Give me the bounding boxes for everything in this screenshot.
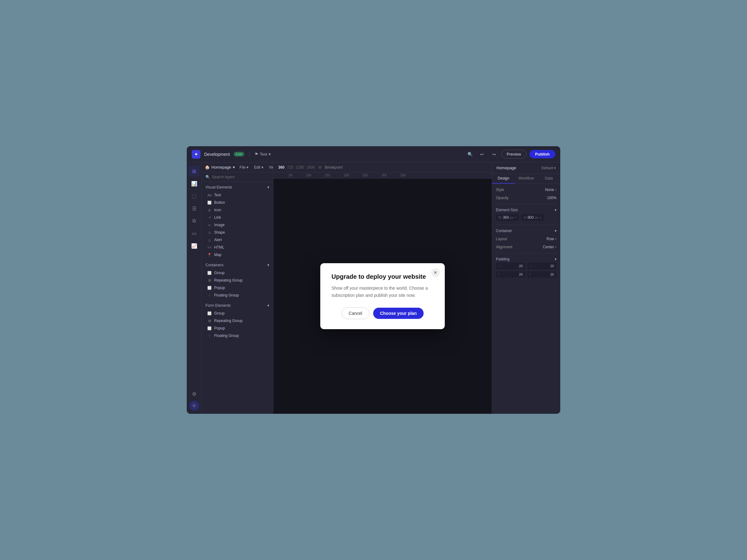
right-panel-body: Style None ▾ Opacity 100% Element Size ▾ [492,184,560,281]
homepage-dropdown[interactable]: 🏠 Homepage ▾ [205,165,235,169]
chevron-down-icon: ▾ [555,237,557,241]
element-image[interactable]: ▭ Image [205,221,269,229]
choose-plan-button[interactable]: Choose your plan [373,308,423,319]
padding-right[interactable]: – 20 [527,263,557,269]
modal-close-button[interactable]: ✕ [431,268,440,277]
sidebar-icon-avatar[interactable]: U [189,401,199,411]
undo-button[interactable]: ↩ [478,150,487,159]
element-size-title[interactable]: Element Size ▾ [496,208,557,212]
group-icon: ⬜ [207,271,212,275]
right-panel-default[interactable]: Default ▾ [541,166,556,170]
width-1280[interactable]: 1280 [296,165,304,169]
breakpoint-controls: 360 720 1280 1600 ⊕ Breakpoint [278,165,343,169]
chevron-icon: ▾ [555,208,557,212]
search-bar: 🔍 [202,172,273,182]
visual-elements-header[interactable]: Visual Elements ▾ [205,185,269,189]
element-button[interactable]: ⬜ Button [205,199,269,206]
container-repeating-group[interactable]: ⊞ Repeating Group [205,276,269,284]
element-html[interactable]: <> HTML [205,244,269,251]
sidebar-icon-chart[interactable]: 📈 [189,240,200,251]
view-menu[interactable]: View ▾ [267,164,273,170]
edit-menu[interactable]: Edit ▾ [252,164,265,170]
form-group[interactable]: ⬜ Group [205,310,269,317]
canvas-main[interactable]: ✕ Upgrade to deploy your website Show of… [273,179,492,414]
button-icon: ⬜ [207,201,212,205]
search-button[interactable]: 🔍 [466,150,475,159]
form-popup[interactable]: ⬜ Popup [205,324,269,332]
upgrade-modal: ✕ Upgrade to deploy your website Show of… [320,263,445,329]
width-360[interactable]: 360 [278,165,284,169]
form-floating-group[interactable]: ↑ Floating Group [205,332,269,340]
element-shape[interactable]: ◇ Shape [205,229,269,236]
height-label: H [524,216,526,219]
padding-top[interactable]: – 20 [496,263,525,269]
chevron-icon: ▾ [267,303,269,308]
padding-bottom[interactable]: l 20 [496,271,525,277]
containers-section: Containers ▾ ⬜ Group ⊞ Repeating Group ⬜… [202,260,273,300]
containers-header[interactable]: Containers ▾ [205,263,269,267]
padding-section: Padding ▾ – 20 – 20 l [496,257,557,277]
width-value: 360 [503,215,509,220]
element-text[interactable]: Aa Text [205,191,269,199]
width-720[interactable]: 720 [287,165,293,169]
tab-workflow[interactable]: Workflow [515,174,538,184]
form-repeating-group-icon: ⊞ [207,319,212,323]
breakpoint-label: Breakpoint [325,165,342,169]
chevron-icon: ▾ [555,229,557,233]
style-dropdown[interactable]: None ▾ [545,188,557,192]
style-label: Style [496,188,504,192]
padding-left[interactable]: l 20 [527,271,557,277]
html-icon: <> [207,245,212,249]
element-map[interactable]: 📍 Map [205,251,269,259]
map-icon: 📍 [207,252,212,257]
canvas-top-toolbar: 360 720 1280 1600 ⊕ Breakpoint [273,162,492,172]
link-icon: ↗ [207,215,212,220]
width-1600[interactable]: 1600 [307,165,315,169]
container-popup[interactable]: ⬜ Popup [205,284,269,292]
tab-design[interactable]: Design [492,174,515,184]
topbar-right: 🔍 ↩ ↪ Preview Publish [466,150,555,159]
search-layers-input[interactable] [212,175,269,179]
tab-data[interactable]: Data [538,174,560,184]
file-menu[interactable]: File ▾ [237,164,251,170]
chevron-icon: ▾ [261,165,263,169]
layout-value: Row [546,237,554,241]
test-button[interactable]: ⚑ Test ▾ [255,152,271,157]
sidebar-icon-settings[interactable]: ⚙ [189,388,200,399]
element-link[interactable]: ↗ Link [205,214,269,221]
preview-button[interactable]: Preview [501,150,526,159]
right-panel-header: Homepage Default ▾ [492,162,560,174]
form-elements-header[interactable]: Form Elements ▾ [205,303,269,308]
element-alert[interactable]: △ Alert [205,236,269,244]
chevron-down-icon: ▾ [233,165,235,169]
width-input[interactable]: W 360 px ▾ [496,214,519,221]
padding-title[interactable]: Padding ▾ [496,257,557,261]
main-area: ⊞ 📊 ⬚ ☰ ⧉ ▭ 📈 ⚙ U 🏠 Homepage ▾ File [187,162,560,414]
sidebar-icon-analytics[interactable]: 📊 [189,178,200,189]
redo-button[interactable]: ↪ [490,150,498,159]
height-input[interactable]: H 800 px ▾ [521,214,544,221]
modal-description: Show off your masterpiece to the world. … [332,285,434,299]
container-title[interactable]: Container ▾ [496,229,557,233]
floating-group-icon: ↑ [207,293,212,297]
publish-button[interactable]: Publish [530,150,555,158]
layout-dropdown[interactable]: Row ▾ [546,237,557,241]
app-name: Development [204,152,230,157]
element-icon[interactable]: ◎ Icon [205,206,269,214]
container-group[interactable]: ⬜ Group [205,269,269,276]
width-unit: px [510,216,514,219]
sidebar-icon-layers[interactable]: ☰ [189,203,200,214]
sidebar-icon-elements[interactable]: ⊞ [189,165,200,177]
sidebar-icon-data[interactable]: ⬚ [189,190,200,202]
container-floating-group[interactable]: ↑ Floating Group [205,292,269,299]
cancel-button[interactable]: Cancel [341,308,369,319]
chevron-icon: ▾ [555,257,557,261]
sidebar-icon-components[interactable]: ⧉ [189,215,200,226]
app-logo: ✦ [192,150,201,159]
alignment-dropdown[interactable]: Center ▾ [543,245,557,249]
alignment-row: Alignment Center ▾ [496,245,557,249]
size-inputs: W 360 px ▾ H 800 px ▾ [496,214,557,221]
width-label: W [498,216,501,219]
form-repeating-group[interactable]: ⊞ Repeating Group [205,317,269,324]
sidebar-icon-media[interactable]: ▭ [189,228,200,239]
